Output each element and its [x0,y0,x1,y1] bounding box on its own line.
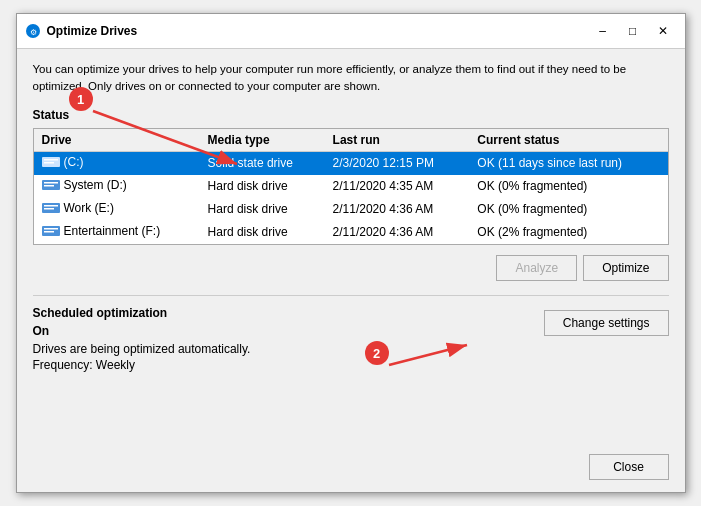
annotation-1: 1 [69,87,93,111]
maximize-button[interactable]: □ [619,20,647,42]
cell-drive: Entertainment (F:) [34,221,200,244]
scheduled-frequency: Frequency: Weekly [33,358,251,372]
cell-last-run: 2/3/2020 12:15 PM [325,151,470,175]
svg-rect-11 [44,185,54,187]
table-header: Drive Media type Last run Current status [34,129,668,152]
scheduled-section: Scheduled optimization On Drives are bei… [33,295,669,372]
svg-rect-14 [44,208,54,210]
minimize-button[interactable]: – [589,20,617,42]
drives-table: Drive Media type Last run Current status… [34,129,668,244]
table-row[interactable]: (C:)Solid state drive2/3/2020 12:15 PMOK… [34,151,668,175]
annotation-2: 2 [365,341,389,365]
svg-rect-7 [44,159,58,161]
col-media-type: Media type [200,129,325,152]
scheduled-desc: Drives are being optimized automatically… [33,342,251,356]
col-drive: Drive [34,129,200,152]
description-text: You can optimize your drives to help you… [33,61,669,96]
dialog-body: 1 2 You can optimize your drives to help… [17,49,685,446]
dialog-icon: ⚙ [25,23,41,39]
cell-drive: (C:) [34,151,200,175]
scheduled-title: Scheduled optimization [33,306,251,320]
annotation-circle-1: 1 [69,87,93,111]
table-body: (C:)Solid state drive2/3/2020 12:15 PMOK… [34,151,668,244]
optimize-drives-dialog: ⚙ Optimize Drives – □ ✕ 1 [16,13,686,493]
cell-last-run: 2/11/2020 4:36 AM [325,221,470,244]
cell-current-status: OK (2% fragmented) [469,221,667,244]
close-button[interactable]: Close [589,454,669,480]
cell-current-status: OK (0% fragmented) [469,175,667,198]
col-last-run: Last run [325,129,470,152]
cell-last-run: 2/11/2020 4:35 AM [325,175,470,198]
svg-rect-13 [44,205,58,207]
optimize-button[interactable]: Optimize [583,255,668,281]
analyze-button[interactable]: Analyze [496,255,577,281]
table-row[interactable]: System (D:)Hard disk drive2/11/2020 4:35… [34,175,668,198]
dialog-title: Optimize Drives [47,24,589,38]
cell-drive: System (D:) [34,175,200,198]
window-controls: – □ ✕ [589,20,677,42]
scheduled-status: On [33,324,251,338]
col-current-status: Current status [469,129,667,152]
svg-rect-17 [44,231,54,233]
cell-media-type: Solid state drive [200,151,325,175]
svg-rect-10 [44,182,58,184]
table-row[interactable]: Work (E:)Hard disk drive2/11/2020 4:36 A… [34,198,668,221]
cell-drive: Work (E:) [34,198,200,221]
scheduled-info: Scheduled optimization On Drives are bei… [33,306,251,372]
change-settings-button[interactable]: Change settings [544,310,669,336]
table-row[interactable]: Entertainment (F:)Hard disk drive2/11/20… [34,221,668,244]
change-settings-container: Change settings [544,310,669,336]
status-section-label: Status [33,108,669,122]
cell-media-type: Hard disk drive [200,198,325,221]
close-window-button[interactable]: ✕ [649,20,677,42]
cell-last-run: 2/11/2020 4:36 AM [325,198,470,221]
cell-current-status: OK (0% fragmented) [469,198,667,221]
drives-table-container: Drive Media type Last run Current status… [33,128,669,245]
svg-text:⚙: ⚙ [29,28,36,37]
cell-media-type: Hard disk drive [200,175,325,198]
title-bar: ⚙ Optimize Drives – □ ✕ [17,14,685,49]
cell-current-status: OK (11 days since last run) [469,151,667,175]
svg-rect-8 [44,162,54,164]
annotation-circle-2: 2 [365,341,389,365]
action-buttons: Analyze Optimize [33,255,669,281]
cell-media-type: Hard disk drive [200,221,325,244]
svg-rect-16 [44,228,58,230]
dialog-footer: Close [17,446,685,492]
